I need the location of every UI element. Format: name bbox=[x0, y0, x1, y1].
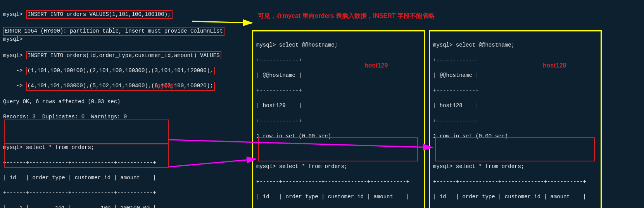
label-host128: host128 bbox=[543, 61, 566, 70]
table-row: | host129 | bbox=[256, 102, 421, 110]
prompt-line: mysql> INSERT INTO orders VALUES(1,101,1… bbox=[3, 10, 249, 19]
insert-ok-l2: -> (1,101,100,100100),(2,101,100,100300)… bbox=[3, 67, 249, 75]
table-header: | @@hostname | bbox=[433, 72, 597, 80]
table-header: | id | order_type | customer_id | amount… bbox=[433, 193, 597, 201]
select-orders: mysql> select * from orders; bbox=[256, 163, 421, 171]
left-group-bottom-box bbox=[4, 144, 169, 168]
select-hostname: mysql> select @@hostname; bbox=[256, 42, 421, 49]
insert-ok-l1: mysql> INSERT INTO orders(id,order_type,… bbox=[3, 51, 249, 60]
table-rule: +------+------------+-------------+-----… bbox=[3, 189, 249, 197]
table-header: | @@hostname | bbox=[256, 72, 421, 80]
prompt-empty: mysql> bbox=[3, 36, 249, 43]
table-rule: +------+------------+-------------+-----… bbox=[256, 178, 421, 186]
table-rule: +------------+ bbox=[433, 57, 597, 64]
query-ok: Query OK, 6 rows affected (0.03 sec) bbox=[3, 98, 249, 106]
label-mycat: mycat bbox=[155, 81, 173, 90]
mid-rows-box bbox=[258, 137, 418, 161]
insert-fail-box: INSERT INTO orders VALUES(1,101,100,1001… bbox=[26, 10, 173, 19]
terminal-host128: mysql> select @@hostname; +------------+… bbox=[429, 30, 602, 208]
table-header: | id | order_type | customer_id | amount… bbox=[256, 193, 421, 201]
terminal-host129: mysql> select @@hostname; +------------+… bbox=[252, 30, 425, 208]
error-line: ERROR 1064 (HY000): partition table, ins… bbox=[3, 27, 224, 36]
table-rule: +------------+ bbox=[433, 87, 597, 95]
insert-ok-l3: -> (4,101,101,103000),(5,102,101,100400)… bbox=[3, 82, 249, 91]
select-hostname: mysql> select @@hostname; bbox=[433, 42, 597, 49]
table-rule: +------------+ bbox=[256, 57, 421, 64]
table-rule: +------------+ bbox=[256, 118, 421, 125]
table-rule: +------+------------+-------------+-----… bbox=[433, 178, 597, 186]
table-rule: +------------+ bbox=[433, 118, 597, 125]
left-group-top-box bbox=[4, 120, 169, 144]
select-orders: mysql> select * from orders; bbox=[433, 163, 597, 171]
mysql-prompt: mysql> bbox=[3, 11, 22, 17]
label-host129: host129 bbox=[364, 61, 388, 70]
table-header: | id | order_type | customer_id | amount… bbox=[3, 174, 249, 182]
right-rows-box bbox=[435, 137, 595, 161]
table-rule: +------------+ bbox=[256, 87, 421, 95]
annotation-text: 可见，在mycat 里向orders 表插入数据，INSERT 字段不能省略 bbox=[258, 12, 435, 20]
table-row: | host128 | bbox=[433, 102, 597, 110]
terminal-mycat: mysql> INSERT INTO orders VALUES(1,101,1… bbox=[0, 0, 252, 208]
table-row: | 1 | 101 | 100 | 100100.00 | bbox=[3, 205, 249, 208]
